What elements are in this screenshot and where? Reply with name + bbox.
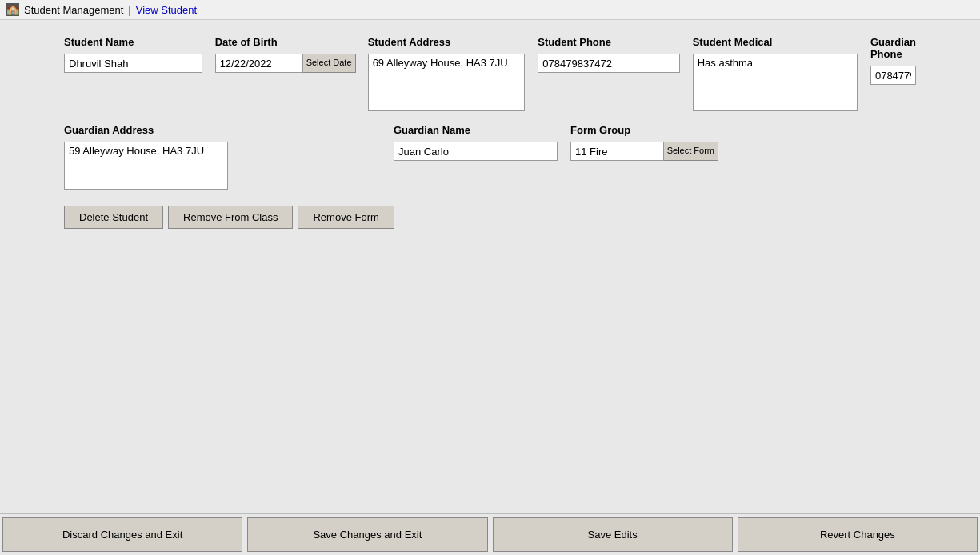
student-address-group: Student Address [368, 36, 526, 111]
app-title: Student Management [24, 4, 123, 16]
dob-label: Date of Birth [215, 36, 355, 48]
title-separator: | [128, 4, 130, 16]
select-form-button[interactable]: Select Form [664, 142, 718, 161]
discard-changes-button[interactable]: Discard Changes and Exit [2, 517, 242, 552]
student-address-input[interactable] [368, 54, 526, 111]
dob-group: Date of Birth Select Date [215, 36, 355, 73]
remove-form-button[interactable]: Remove Form [298, 206, 394, 229]
guardian-name-group: Guardian Name [394, 124, 558, 161]
student-phone-input[interactable] [538, 54, 679, 73]
guardian-address-label: Guardian Address [64, 124, 228, 136]
action-buttons: Delete Student Remove From Class Remove … [64, 206, 916, 229]
guardian-name-input[interactable] [394, 142, 558, 161]
student-name-label: Student Name [64, 36, 202, 48]
guardian-phone-label: Guardian Phone [870, 36, 916, 60]
remove-from-class-button[interactable]: Remove From Class [168, 206, 293, 229]
form-group-label: Form Group [570, 124, 718, 136]
guardian-name-label: Guardian Name [394, 124, 558, 136]
student-address-label: Student Address [368, 36, 526, 48]
delete-student-button[interactable]: Delete Student [64, 206, 163, 229]
guardian-address-input[interactable] [64, 142, 228, 190]
select-date-button[interactable]: Select Date [303, 54, 356, 73]
guardian-phone-group: Guardian Phone [870, 36, 916, 85]
bottom-bar: Discard Changes and Exit Save Changes an… [0, 513, 980, 555]
dob-input[interactable] [215, 54, 303, 73]
save-changes-exit-button[interactable]: Save Changes and Exit [247, 517, 487, 552]
guardian-phone-input[interactable] [870, 66, 916, 85]
guardian-address-group: Guardian Address [64, 124, 228, 190]
student-phone-group: Student Phone [538, 36, 679, 73]
student-medical-label: Student Medical [693, 36, 858, 48]
row-1: Student Name Date of Birth Select Date S… [64, 36, 916, 111]
student-phone-label: Student Phone [538, 36, 679, 48]
revert-changes-button[interactable]: Revert Changes [738, 517, 978, 552]
student-medical-group: Student Medical [693, 36, 858, 111]
title-bar: 🏫 Student Management | View Student [0, 0, 980, 20]
main-content: Student Name Date of Birth Select Date S… [0, 20, 980, 513]
view-student-link[interactable]: View Student [136, 4, 197, 16]
student-name-input[interactable] [64, 54, 202, 73]
save-edits-button[interactable]: Save Edits [493, 517, 733, 552]
form-group-section: Form Group Select Form [570, 124, 718, 161]
row-2: Guardian Address Guardian Name Form Grou… [64, 124, 916, 190]
student-name-group: Student Name [64, 36, 202, 73]
dob-input-row: Select Date [215, 54, 355, 73]
form-group-input[interactable] [570, 142, 664, 161]
app-icon: 🏫 [6, 3, 19, 16]
form-group-input-row: Select Form [570, 142, 718, 161]
student-medical-input[interactable] [693, 54, 858, 111]
